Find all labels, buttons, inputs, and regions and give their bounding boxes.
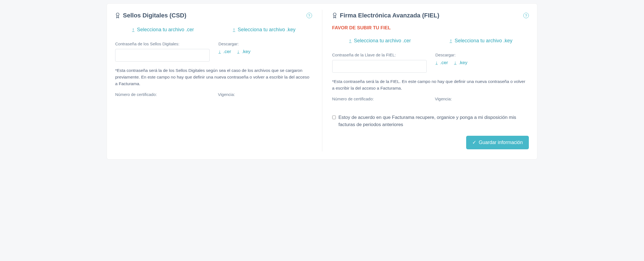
csd-title: Sellos Digitales (CSD) (115, 12, 186, 19)
csd-download-key-link[interactable]: ↓ .key (237, 49, 250, 54)
upload-icon: ↑ (450, 39, 452, 43)
fiel-download-cer-text: .cer (440, 60, 448, 65)
fiel-password-group: Contraseña de la Llave de la FIEL: (332, 53, 427, 73)
fiel-download-group: Descargar: ↓ .cer ↓ .key (436, 53, 529, 66)
help-icon[interactable]: ? (307, 13, 312, 18)
fiel-upload-key-button[interactable]: ↑ Selecciona tu archivo .key (433, 36, 529, 45)
download-icon: ↓ (436, 61, 438, 65)
csd-upload-cer-button[interactable]: ↑ Selecciona tu archivo .cer (115, 25, 211, 34)
consent-row[interactable]: Estoy de acuerdo en que Facturama recupe… (332, 114, 529, 128)
csd-note: *Esta contraseña será la de los Sellos D… (115, 67, 312, 87)
csd-download-group: Descargar: ↓ .cer ↓ .key (218, 41, 312, 54)
download-icon: ↓ (218, 50, 221, 54)
svg-point-1 (333, 13, 336, 16)
check-icon: ✓ (472, 140, 476, 145)
fiel-download-key-link[interactable]: ↓ .key (454, 60, 467, 66)
csd-cert-no-label: Número de certificado: (115, 92, 209, 97)
csd-download-key-text: .key (242, 49, 250, 54)
fiel-cert-no-label: Número de certificado: (332, 96, 426, 101)
download-icon: ↓ (454, 61, 456, 65)
fiel-note: *Esta contraseña será la de la FIEL. En … (332, 78, 529, 92)
consent-checkbox[interactable] (332, 115, 336, 119)
csd-panel: Sellos Digitales (CSD) ? ↑ Selecciona tu… (115, 10, 322, 152)
fiel-validity-label: Vigencia: (435, 96, 529, 101)
fiel-title: Firma Electrónica Avanzada (FIEL) (332, 12, 439, 19)
ribbon-icon (115, 12, 120, 19)
fiel-upload-cer-label: Selecciona tu archivo .cer (354, 38, 411, 43)
csd-password-input[interactable] (115, 49, 210, 62)
actions-row: ✓ Guardar información (332, 136, 529, 149)
csd-download-label: Descargar: (218, 41, 312, 46)
csd-meta-row: Número de certificado: Vigencia: (115, 92, 312, 97)
consent-label: Estoy de acuerdo en que Facturama recupe… (339, 114, 529, 128)
csd-password-label: Contraseña de los Sellos Digitales: (115, 41, 210, 46)
csd-upload-cer-label: Selecciona tu archivo .cer (137, 27, 194, 32)
csd-download-cer-text: .cer (223, 49, 231, 54)
save-button-label: Guardar información (479, 140, 523, 145)
fiel-upload-row: ↑ Selecciona tu archivo .cer ↑ Seleccion… (332, 36, 529, 45)
fiel-download-key-text: .key (459, 60, 467, 65)
fiel-meta-row: Número de certificado: Vigencia: (332, 96, 529, 101)
fiel-panel: Firma Electrónica Avanzada (FIEL) ? FAVO… (322, 10, 529, 152)
csd-upload-key-button[interactable]: ↑ Selecciona tu archivo .key (216, 25, 312, 34)
fiel-password-label: Contraseña de la Llave de la FIEL: (332, 53, 427, 57)
columns: Sellos Digitales (CSD) ? ↑ Selecciona tu… (115, 10, 529, 152)
upload-icon: ↑ (233, 28, 235, 32)
svg-point-0 (116, 13, 119, 16)
upload-icon: ↑ (349, 39, 352, 43)
fiel-form-row: Contraseña de la Llave de la FIEL: Desca… (332, 53, 529, 73)
csd-title-text: Sellos Digitales (CSD) (123, 12, 186, 19)
fiel-download-label: Descargar: (436, 53, 529, 57)
fiel-download-cer-link[interactable]: ↓ .cer (436, 60, 448, 66)
upload-icon: ↑ (132, 28, 134, 32)
fiel-upload-cer-button[interactable]: ↑ Selecciona tu archivo .cer (332, 36, 428, 45)
ribbon-icon (332, 12, 337, 19)
save-button[interactable]: ✓ Guardar información (466, 136, 529, 149)
csd-form-row: Contraseña de los Sellos Digitales: Desc… (115, 41, 312, 62)
csd-validity-label: Vigencia: (218, 92, 312, 97)
csd-download-links: ↓ .cer ↓ .key (218, 49, 312, 54)
certificates-card: Sellos Digitales (CSD) ? ↑ Selecciona tu… (107, 3, 537, 160)
help-icon[interactable]: ? (523, 13, 529, 18)
fiel-warning: FAVOR DE SUBIR TU FIEL (332, 25, 529, 31)
download-icon: ↓ (237, 50, 240, 54)
csd-password-group: Contraseña de los Sellos Digitales: (115, 41, 210, 62)
fiel-title-text: Firma Electrónica Avanzada (FIEL) (340, 12, 439, 19)
csd-upload-key-label: Selecciona tu archivo .key (238, 27, 295, 32)
fiel-password-input[interactable] (332, 60, 427, 73)
csd-download-cer-link[interactable]: ↓ .cer (218, 49, 231, 54)
fiel-header: Firma Electrónica Avanzada (FIEL) ? (332, 12, 529, 19)
fiel-upload-key-label: Selecciona tu archivo .key (455, 38, 512, 43)
fiel-download-links: ↓ .cer ↓ .key (436, 60, 529, 66)
csd-upload-row: ↑ Selecciona tu archivo .cer ↑ Seleccion… (115, 25, 312, 34)
csd-header: Sellos Digitales (CSD) ? (115, 12, 312, 19)
